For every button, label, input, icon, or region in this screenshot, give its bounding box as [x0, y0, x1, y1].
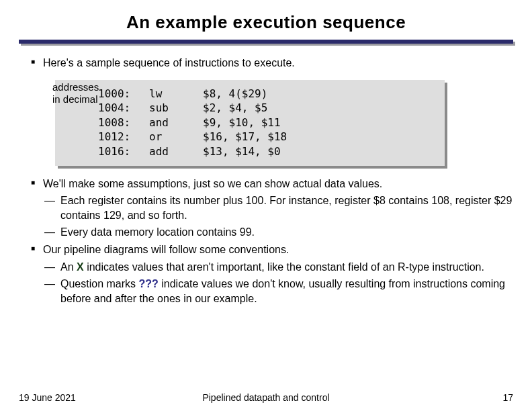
code-op: lw: [149, 87, 203, 101]
body-list: We'll make some assumptions, just so we …: [19, 177, 513, 306]
address-note: addresses in decimal: [52, 81, 99, 105]
code-row: 1004: sub $2, $4, $5: [62, 101, 434, 116]
convention-x-pre: An: [60, 261, 77, 273]
assumption-registers: Each register contains its number plus 1…: [60, 193, 513, 222]
footer-page: 17: [502, 392, 513, 403]
code-block-wrap: addresses in decimal 1000: lw $8, 4($29)…: [55, 80, 445, 166]
code-block: addresses in decimal 1000: lw $8, 4($29)…: [55, 80, 445, 166]
conventions-bullet: Our pipeline diagrams will follow some c…: [43, 242, 513, 306]
x-marker: X: [77, 261, 84, 273]
code-addr: 1012:: [62, 130, 149, 144]
code-row: 1008: and $9, $10, $11: [62, 116, 434, 130]
code-row: 1012: or $16, $17, $18: [62, 130, 434, 144]
code-op: add: [149, 144, 203, 159]
convention-q-pre: Question marks: [60, 278, 138, 289]
code-args: $2, $4, $5: [203, 101, 434, 116]
slide: An example execution sequence Here's a s…: [0, 0, 532, 411]
intro-list: Here's a sample sequence of instructions…: [19, 56, 513, 71]
code-args: $16, $17, $18: [203, 130, 434, 144]
convention-x: An X indicates values that aren't import…: [60, 260, 513, 275]
conventions-lead: Our pipeline diagrams will follow some c…: [43, 244, 289, 255]
code-op: and: [149, 116, 203, 130]
assumption-memory: Every data memory location contains 99.: [60, 225, 513, 240]
note-line1: addresses: [52, 81, 99, 93]
code-args: $9, $10, $11: [203, 116, 434, 130]
assumptions-sublist: Each register contains its number plus 1…: [43, 193, 513, 240]
title-rule: [19, 40, 513, 44]
footer-title: Pipelined datapath and control: [19, 392, 513, 403]
question-marker: ???: [138, 278, 158, 289]
code-op: or: [149, 130, 203, 144]
convention-question: Question marks ??? indicate values we do…: [60, 277, 513, 306]
code-row: 1000: lw $8, 4($29): [62, 87, 434, 101]
code-addr: 1008:: [62, 116, 149, 130]
assumptions-bullet: We'll make some assumptions, just so we …: [43, 177, 513, 240]
note-line2: in decimal: [52, 93, 98, 105]
assumptions-lead: We'll make some assumptions, just so we …: [43, 178, 382, 189]
code-op: sub: [149, 101, 203, 116]
code-args: $13, $14, $0: [203, 144, 434, 159]
intro-bullet: Here's a sample sequence of instructions…: [43, 56, 513, 71]
code-args: $8, 4($29): [203, 87, 434, 101]
footer: 19 June 2021 Pipelined datapath and cont…: [19, 392, 513, 403]
convention-x-post: indicates values that aren't important, …: [84, 261, 484, 273]
code-addr: 1016:: [62, 144, 149, 159]
page-title: An example execution sequence: [19, 8, 513, 38]
code-row: 1016: add $13, $14, $0: [62, 144, 434, 159]
conventions-sublist: An X indicates values that aren't import…: [43, 260, 513, 306]
